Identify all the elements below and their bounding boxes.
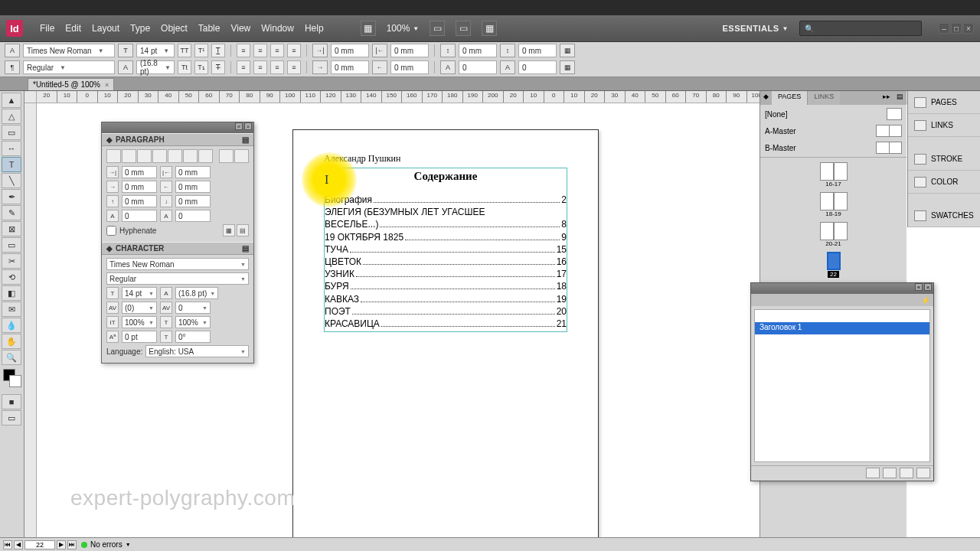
first-indent-input[interactable]: 0 mm [122,181,157,193]
pages-panel-collapse[interactable]: ▸▸ [880,91,893,105]
window-maximize[interactable]: □ [951,23,962,34]
first-page-button[interactable]: ⏮ [3,540,12,549]
page-navigator[interactable]: ⏮ ◀ ▶ ⏭ [3,540,77,549]
baseline-grid-icon[interactable]: ▦ [560,60,575,74]
underline-button[interactable]: T̲ [211,44,225,57]
menu-edit[interactable]: Edit [65,23,81,34]
gap-tool[interactable]: ↔ [2,141,21,156]
menu-table[interactable]: Table [198,23,220,34]
smallcaps-button[interactable]: Tt [178,60,191,74]
paragraph-styles-panel[interactable]: «× ⚡ Заголовок 1 [750,282,934,481]
eyedropper-tool[interactable]: 💧 [2,318,21,333]
page-tool[interactable]: ▭ [2,125,21,140]
styles-flash-icon[interactable]: ⚡ [921,296,930,305]
p-justify-center[interactable] [168,149,182,163]
align-left-button[interactable]: ≡ [237,44,250,57]
panel-menu-icon[interactable]: ▤ [242,135,249,144]
p-align-right[interactable] [137,149,152,163]
p-align-center[interactable] [122,149,136,163]
vscale-input[interactable]: 100%▼ [122,316,157,328]
spread-16-17[interactable]: 16-17 [765,162,902,187]
baseline-grid-off[interactable]: ▤ [237,224,249,236]
para-format-icon[interactable]: ¶ [5,60,20,74]
space-before-input[interactable]: 0 mm [459,44,497,57]
leading-select[interactable]: (16.8 pt)▼ [136,60,175,74]
p-align-toward[interactable] [219,149,234,163]
scissors-tool[interactable]: ✂ [2,253,21,269]
baseline-grid-on[interactable]: ▦ [223,224,235,236]
toc-text-frame[interactable]: Содержание Биография2ЭЛЕГИЯ (БЕЗУМНЫХ ЛЕ… [324,168,567,332]
screen-mode-tool[interactable]: ▭ [2,410,21,425]
selection-tool[interactable]: ▲ [2,93,21,108]
space-after-input[interactable]: 0 mm [518,44,557,57]
document-tab[interactable]: *Untitled-5 @ 100%× [28,78,114,90]
p-align-left[interactable] [106,149,121,163]
rect-tool[interactable]: ▭ [2,237,21,253]
next-page-button[interactable]: ▶ [57,540,66,549]
dropcap-input[interactable]: 0 [122,210,157,222]
skew-input[interactable]: 0° [175,331,211,343]
bridge-icon[interactable]: ▦ [361,21,376,36]
menu-view[interactable]: View [230,23,250,34]
strike-button[interactable]: T̶ [211,60,225,74]
spread-22[interactable]: 22 [765,252,902,278]
menu-help[interactable]: Help [305,23,324,34]
paragraph-character-panel[interactable]: «× ◆PARAGRAPH▤ →|0 mm|←0 mm →0 mm←0 mm ↑… [101,122,254,364]
pen-tool[interactable]: ✒ [2,189,21,204]
lastline-indent-input[interactable]: 0 mm [390,60,429,74]
ruler-origin[interactable] [24,91,37,103]
style-row-basic[interactable] [755,310,929,322]
dock-swatches[interactable]: SWATCHES [908,204,980,227]
zoom-level[interactable]: 100%▼ [387,23,420,34]
transform-tool[interactable]: ⟲ [2,269,21,285]
workspace-switcher[interactable]: ESSENTIALS▼ [723,24,789,33]
pages-panel-menu[interactable]: ▤ [893,91,906,105]
vertical-ruler[interactable] [24,103,37,537]
master-b[interactable]: B-Master [765,144,796,152]
styles-delete-icon[interactable] [916,468,930,478]
styles-collapse-icon[interactable]: « [915,283,923,291]
font-family-select[interactable]: Times New Roman▼ [23,44,115,57]
justify-center-button[interactable]: ≡ [253,60,267,74]
dropcap-lines-input[interactable]: 0 [459,60,497,74]
spread-18-19[interactable]: 18-19 [765,192,902,217]
char-size-input[interactable]: 14 pt▼ [122,287,157,299]
fill-stroke-swatch[interactable] [2,369,22,393]
panel-collapse-icon[interactable]: « [235,122,243,130]
align-right-button[interactable]: ≡ [270,44,284,57]
last-page-button[interactable]: ⏭ [67,540,77,549]
style-row-selected[interactable]: Заголовок 1 [755,322,929,334]
hyphenate-checkbox[interactable] [106,226,116,236]
char-panel-menu-icon[interactable]: ▤ [242,244,249,253]
char-leading-input[interactable]: (16.8 pt)▼ [175,287,218,299]
dock-stroke[interactable]: STROKE [908,148,980,171]
baseline-shift-input[interactable]: 0 pt [122,331,157,343]
subscript-button[interactable]: T₁ [194,60,208,74]
gradient-tool[interactable]: ◧ [2,285,21,301]
firstline-indent-input[interactable]: 0 mm [331,60,369,74]
justify-left-button[interactable]: ≡ [237,60,250,74]
columns-icon[interactable]: ▦ [560,44,575,57]
styles-btn-2[interactable] [883,468,897,478]
spread-20-21[interactable]: 20-21 [765,222,902,247]
note-tool[interactable]: ✉ [2,302,21,317]
kerning-input[interactable]: (0)▼ [122,302,157,314]
char-style-select[interactable]: Regular▼ [106,272,249,285]
superscript-button[interactable]: T¹ [194,44,208,57]
justify-all-button[interactable]: ≡ [287,60,301,74]
indent-right-input[interactable]: 0 mm [390,44,429,57]
indent-left-input[interactable]: 0 mm [331,44,369,57]
type-tool[interactable]: T [2,157,21,172]
menu-object[interactable]: Object [161,23,188,34]
styles-close-icon[interactable]: × [924,283,932,291]
pencil-tool[interactable]: ✎ [2,205,21,220]
prev-page-button[interactable]: ◀ [14,540,23,549]
tab-pages[interactable]: PAGES [772,91,808,105]
font-style-select[interactable]: Regular▼ [23,60,115,74]
p-align-away[interactable] [234,149,249,163]
justify-right-button[interactable]: ≡ [270,60,284,74]
current-page-input[interactable] [24,540,55,549]
char-font-select[interactable]: Times New Roman▼ [106,258,249,270]
p-justify-all[interactable] [198,149,213,163]
menu-file[interactable]: File [40,23,54,34]
